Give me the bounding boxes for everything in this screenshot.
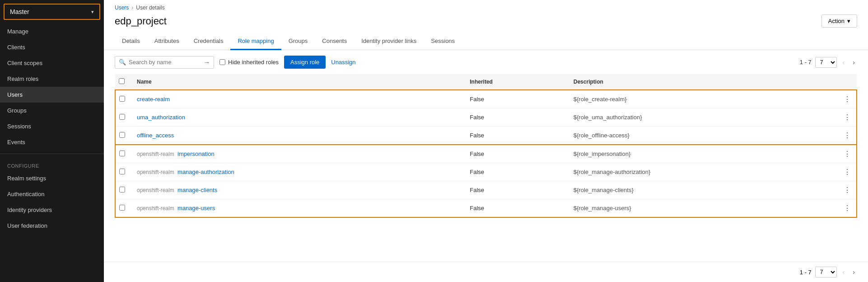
sidebar-item-manage[interactable]: Manage <box>0 24 104 39</box>
sidebar: Master ▾ Manage Clients Client scopes Re… <box>0 0 104 282</box>
sidebar-item-realm-settings[interactable]: Realm settings <box>0 170 104 186</box>
cell-inherited: False <box>464 199 568 218</box>
tab-details[interactable]: Details <box>115 33 147 50</box>
pagination-next-icon[interactable]: › <box>850 58 857 67</box>
row-menu-button[interactable]: ⋮ <box>838 199 857 218</box>
action-dropdown-icon: ▾ <box>847 18 850 24</box>
row-menu-button[interactable]: ⋮ <box>838 145 857 163</box>
sidebar-item-user-federation[interactable]: User federation <box>0 218 104 234</box>
realm-selector[interactable]: Master ▾ <box>4 4 100 20</box>
table-header-row: Name Inherited Description <box>115 74 857 90</box>
select-all-checkbox[interactable] <box>119 78 125 84</box>
pagination-select[interactable]: 7 10 20 <box>815 57 837 68</box>
cell-description: ${role_create-realm} <box>568 90 838 108</box>
cell-name: openshift-realm manage-clients <box>131 181 464 199</box>
role-name-link[interactable]: uma_authorization <box>137 114 185 121</box>
toolbar-pagination: 1 - 7 7 10 20 ‹ › <box>800 57 857 68</box>
cell-description: ${role_manage-clients} <box>568 181 838 199</box>
col-checkbox <box>115 74 131 90</box>
sidebar-item-identity-providers[interactable]: Identity providers <box>0 202 104 218</box>
cell-name: create-realm <box>131 90 464 108</box>
row-menu-button[interactable]: ⋮ <box>838 163 857 181</box>
col-description: Description <box>568 74 838 90</box>
realm-dropdown-icon: ▾ <box>91 9 94 15</box>
action-button[interactable]: Action ▾ <box>821 14 857 28</box>
table-row: openshift-realm manage-clientsFalse${rol… <box>115 181 857 199</box>
cell-name: openshift-realm manage-users <box>131 199 464 218</box>
cell-description: ${role_impersonation} <box>568 145 838 163</box>
table-row: openshift-realm manage-authorizationFals… <box>115 163 857 181</box>
role-name-link[interactable]: manage-clients <box>177 187 217 193</box>
pagination-prev-icon[interactable]: ‹ <box>840 58 847 67</box>
breadcrumb-users-link[interactable]: Users <box>115 5 129 11</box>
role-name-link[interactable]: impersonation <box>177 150 215 157</box>
cell-name: offline_access <box>131 127 464 145</box>
sidebar-item-authentication[interactable]: Authentication <box>0 186 104 202</box>
search-input[interactable] <box>129 59 201 66</box>
col-inherited: Inherited <box>464 74 568 90</box>
row-menu-button[interactable]: ⋮ <box>838 181 857 199</box>
sidebar-item-realm-roles[interactable]: Realm roles <box>0 71 104 87</box>
tabs-container: Details Attributes Credentials Role mapp… <box>104 33 868 50</box>
table-row: uma_authorizationFalse${role_uma_authori… <box>115 108 857 127</box>
realm-name: Master <box>10 8 29 15</box>
breadcrumb-current: User details <box>136 5 164 11</box>
bottom-pagination-select[interactable]: 7 10 20 <box>815 267 837 277</box>
cell-inherited: False <box>464 108 568 127</box>
cell-description: ${role_offline-access} <box>568 127 838 145</box>
row-menu-button[interactable]: ⋮ <box>838 108 857 127</box>
unassign-link[interactable]: Unassign <box>331 59 355 66</box>
tab-role-mapping[interactable]: Role mapping <box>230 33 281 50</box>
cell-description: ${role_manage-users} <box>568 199 838 218</box>
row-checkbox[interactable] <box>119 96 125 102</box>
tab-credentials[interactable]: Credentials <box>187 33 231 50</box>
toolbar: 🔍 → Hide inherited roles Assign role Una… <box>104 50 868 74</box>
page-header: edp_project Action ▾ <box>104 11 868 33</box>
role-name-link[interactable]: manage-users <box>177 205 215 212</box>
role-name-link[interactable]: offline_access <box>137 132 174 139</box>
breadcrumb: Users › User details <box>104 0 868 11</box>
row-checkbox[interactable] <box>119 150 125 156</box>
bottom-pagination-prev-icon[interactable]: ‹ <box>840 268 847 277</box>
bottom-pagination-next-icon[interactable]: › <box>850 268 857 277</box>
cell-inherited: False <box>464 163 568 181</box>
tab-consents[interactable]: Consents <box>315 33 354 50</box>
sidebar-item-sessions[interactable]: Sessions <box>0 118 104 134</box>
bottom-pagination: 1 - 7 7 10 20 ‹ › <box>104 262 868 282</box>
table-wrapper: Name Inherited Description create-realmF… <box>104 74 868 262</box>
col-actions <box>838 74 857 90</box>
cell-inherited: False <box>464 127 568 145</box>
sidebar-item-users[interactable]: Users <box>0 87 104 103</box>
row-checkbox[interactable] <box>119 114 125 120</box>
roles-table: Name Inherited Description create-realmF… <box>115 74 857 218</box>
row-checkbox[interactable] <box>119 169 125 174</box>
tab-groups[interactable]: Groups <box>281 33 315 50</box>
hide-inherited-label[interactable]: Hide inherited roles <box>219 59 279 66</box>
sidebar-item-groups[interactable]: Groups <box>0 103 104 118</box>
tab-attributes[interactable]: Attributes <box>147 33 187 50</box>
table-row: create-realmFalse${role_create-realm}⋮ <box>115 90 857 108</box>
role-name-link[interactable]: manage-authorization <box>177 169 234 175</box>
sidebar-item-clients[interactable]: Clients <box>0 39 104 55</box>
table-row: openshift-realm manage-usersFalse${role_… <box>115 199 857 218</box>
row-menu-button[interactable]: ⋮ <box>838 90 857 108</box>
cell-name: uma_authorization <box>131 108 464 127</box>
sidebar-item-events[interactable]: Events <box>0 134 104 150</box>
tab-sessions[interactable]: Sessions <box>424 33 462 50</box>
assign-role-button[interactable]: Assign role <box>284 56 326 69</box>
search-arrow-icon[interactable]: → <box>204 59 210 66</box>
cell-inherited: False <box>464 90 568 108</box>
breadcrumb-separator: › <box>131 5 133 11</box>
cell-description: ${role_manage-authorization} <box>568 163 838 181</box>
sidebar-item-client-scopes[interactable]: Client scopes <box>0 55 104 71</box>
row-checkbox[interactable] <box>119 205 125 211</box>
cell-inherited: False <box>464 145 568 163</box>
row-checkbox[interactable] <box>119 132 125 138</box>
row-checkbox[interactable] <box>119 187 125 193</box>
cell-name: openshift-realm impersonation <box>131 145 464 163</box>
hide-inherited-checkbox[interactable] <box>219 59 225 65</box>
role-name-link[interactable]: create-realm <box>137 96 170 103</box>
cell-inherited: False <box>464 181 568 199</box>
tab-identity-provider-links[interactable]: Identity provider links <box>354 33 424 50</box>
row-menu-button[interactable]: ⋮ <box>838 127 857 145</box>
